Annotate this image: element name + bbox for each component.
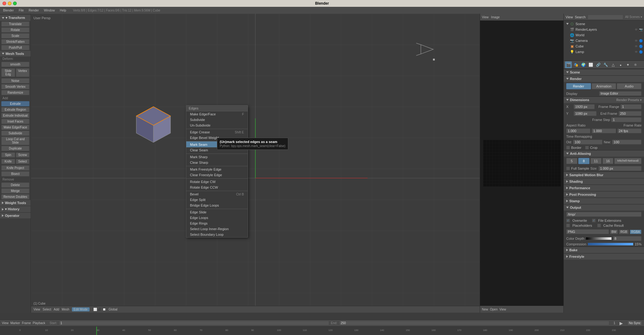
timeline-marker[interactable]: Marker — [11, 321, 20, 325]
viewport-controls-select[interactable]: Select — [43, 308, 51, 311]
data-tab-icon[interactable]: △ — [610, 61, 616, 68]
maximize-button[interactable] — [13, 2, 17, 5]
minimize-button[interactable] — [8, 2, 11, 5]
menu-select-loop-inner[interactable]: Select Loop Inner-Region — [186, 226, 248, 232]
menu-un-subdivide[interactable]: Un-Subdivide — [186, 123, 248, 128]
aa-5-btn[interactable]: 5 — [566, 158, 577, 164]
select-btn[interactable]: Select — [16, 159, 30, 164]
spin-btn[interactable]: Spin — [1, 152, 15, 158]
scene-tab-icon[interactable]: 🎭 — [572, 61, 579, 68]
render-layers-eye[interactable]: 👁 — [635, 28, 638, 31]
menu-help[interactable]: Help — [59, 8, 68, 13]
push-pull-btn[interactable]: Push/Pull — [1, 45, 29, 50]
menu-make-edge-face[interactable]: Make Edge/Face F — [186, 111, 248, 117]
global-indicator[interactable]: Global — [108, 308, 117, 311]
start-frame-value[interactable]: 1 — [620, 104, 642, 109]
physics-tab-icon[interactable]: ⚛ — [632, 61, 639, 68]
knife-btn[interactable]: Knife — [1, 159, 15, 164]
timeline-playback[interactable]: Playback — [33, 321, 46, 325]
start-value[interactable]: 1 — [59, 321, 329, 325]
render-section-header[interactable]: Render — [564, 76, 644, 82]
timeline-frame[interactable]: Frame — [22, 321, 31, 325]
animation-btn[interactable]: Animation — [592, 83, 616, 89]
aa-11-btn[interactable]: 11 — [590, 158, 602, 164]
edit-mode-indicator[interactable]: Edit Mode — [72, 307, 90, 311]
render-preview-render[interactable]: Image — [491, 16, 500, 19]
menu-clear-freestyle-edge[interactable]: Clear Freestyle Edge — [186, 172, 248, 178]
view-menu[interactable]: View — [566, 15, 573, 19]
menu-edge-crease[interactable]: Edge Crease Shift E — [186, 129, 248, 135]
search-bar[interactable] — [588, 15, 623, 20]
render-open-btn[interactable]: Open — [490, 308, 497, 311]
anti-aliasing-header[interactable]: Anti-Aliasing — [564, 150, 644, 157]
aa-filter-btn[interactable]: Mitchell-Netravali — [614, 158, 642, 164]
render-tab-icon[interactable]: 🎬 — [565, 61, 572, 68]
scale-btn[interactable]: Scale — [1, 33, 29, 38]
outliner-camera[interactable]: 📷 Camera 👁 🔵 — [564, 38, 644, 43]
transform-header[interactable]: ▾ Transform — [0, 15, 31, 21]
world-tab-icon[interactable]: 🌍 — [580, 61, 587, 68]
noise-btn[interactable]: Noise — [1, 78, 29, 83]
extrude-header[interactable]: Extrude — [1, 101, 29, 106]
menu-render[interactable]: Render — [28, 8, 40, 13]
rgba-btn[interactable]: RGBA — [630, 230, 642, 234]
res-x-value[interactable]: 1920 px — [574, 104, 595, 109]
outliner-render-layers[interactable]: 🎬 RenderLayers 👁 📷 — [564, 27, 644, 32]
output-path[interactable]: /tmp/ — [566, 212, 642, 217]
dimensions-header[interactable]: Dimensions Render Presets ▾ — [564, 97, 644, 103]
constraints-tab-icon[interactable]: 🔗 — [595, 61, 602, 68]
rgb-btn[interactable]: RGB — [619, 230, 629, 234]
cube-eye[interactable]: 👁 — [635, 45, 638, 48]
knife-project-btn[interactable]: Knife Project — [1, 165, 29, 171]
menu-blender[interactable]: Blender — [2, 8, 15, 13]
scene-section-header[interactable]: Scene — [564, 69, 644, 75]
viewport-controls-add[interactable]: Add — [54, 308, 59, 311]
end-value[interactable]: 250 — [339, 321, 609, 325]
menu-subdivide[interactable]: Subdivide — [186, 117, 248, 123]
aspect-y-value[interactable]: 1.000 — [592, 128, 616, 133]
overwrite-checkbox[interactable] — [566, 219, 570, 222]
smooth-vertex-btn[interactable]: Smooth Vertex — [1, 84, 29, 89]
mesh-tools-header[interactable]: Mesh Tools — [0, 51, 31, 56]
output-header[interactable]: Output — [564, 204, 644, 211]
slide-edge-btn[interactable]: Slide Edg — [1, 68, 15, 77]
outliner-lamp[interactable]: 💡 Lamp 👁 🔵 — [564, 49, 644, 55]
format-value[interactable]: PNG — [566, 229, 609, 234]
make-edge-face-btn[interactable]: Make Edge/Face — [1, 125, 29, 130]
file-extensions-checkbox[interactable] — [592, 219, 596, 222]
render-preview-view[interactable]: View — [482, 16, 489, 19]
performance-header[interactable]: Performance — [564, 185, 644, 191]
lamp-eye[interactable]: 👁 — [635, 50, 638, 54]
render-new-btn[interactable]: New — [482, 308, 488, 311]
camera-eye[interactable]: 👁 — [635, 39, 638, 42]
viewport-controls-mesh[interactable]: Mesh — [62, 308, 69, 311]
history-header[interactable]: ▾ History — [0, 206, 31, 212]
menu-edge-slide[interactable]: Edge Slide — [186, 209, 248, 215]
res-y-value[interactable]: 1080 px — [574, 111, 597, 116]
freestyle-header[interactable]: Freestyle — [564, 253, 644, 260]
menu-clear-sharp[interactable]: Clear Sharp — [186, 160, 248, 165]
subdivide-btn[interactable]: Subdivide — [1, 131, 29, 136]
menu-select-boundary-loop[interactable]: Select Boundary Loop — [186, 232, 248, 237]
render-presets-btn[interactable]: Render Presets ▾ — [616, 98, 642, 102]
crop-checkbox[interactable] — [585, 146, 589, 150]
bw-btn[interactable]: BW — [610, 230, 618, 234]
new-value[interactable]: 100 — [612, 140, 642, 145]
bake-header[interactable]: Bake — [564, 247, 644, 253]
play-btn[interactable]: ▶ — [620, 321, 623, 326]
old-value[interactable]: 100 — [573, 140, 602, 145]
extrude-individual-btn[interactable]: Extrude Individual — [1, 113, 29, 118]
operator-header[interactable]: Operator — [0, 213, 31, 218]
vertex-btn[interactable]: Vertex — [16, 68, 30, 77]
merge-btn[interactable]: Merge — [1, 188, 29, 194]
stamp-header[interactable]: Stamp — [564, 198, 644, 204]
menu-edge-loops[interactable]: Edge Loops — [186, 215, 248, 221]
smooth-btn[interactable]: smooth — [1, 62, 29, 67]
timeline-body[interactable]: 0 10 20 30 40 50 60 70 80 90 100 110 120… — [0, 327, 644, 335]
inset-faces-btn[interactable]: Inset Faces — [1, 119, 29, 124]
menu-mark-freestyle-edge[interactable]: Mark Freestyle Edge — [186, 166, 248, 172]
aa-16-btn[interactable]: 16 — [602, 158, 614, 164]
size-value[interactable]: 1.000 px — [598, 166, 642, 171]
display-value[interactable]: Image Editor — [599, 91, 642, 96]
object-tab-icon[interactable]: ⬜ — [587, 61, 594, 68]
